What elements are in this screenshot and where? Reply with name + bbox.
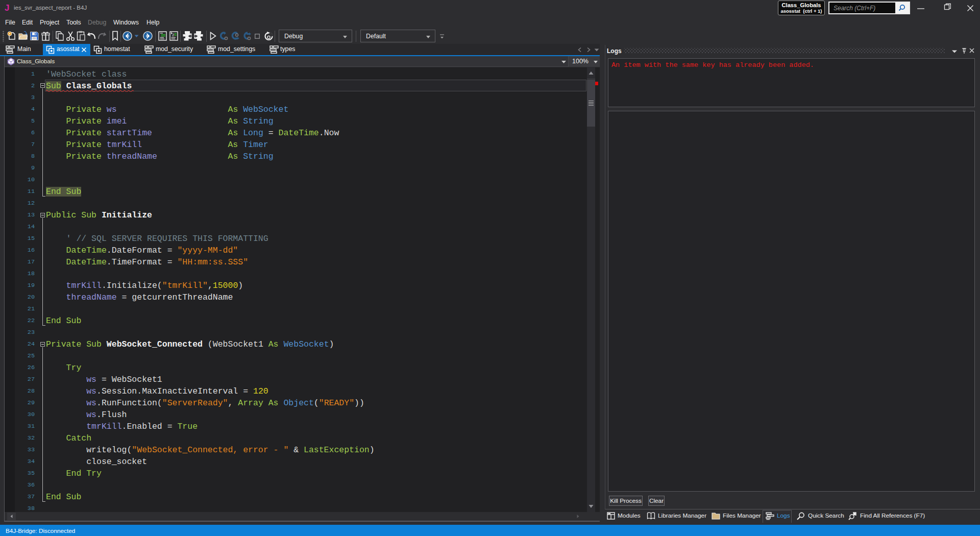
svg-text:2: 2 (172, 33, 175, 37)
